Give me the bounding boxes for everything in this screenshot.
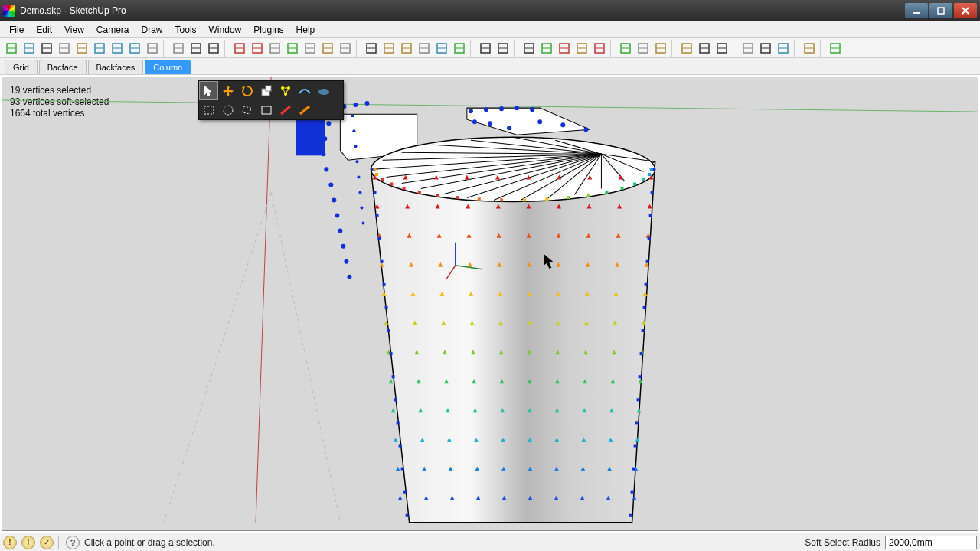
rotate-icon[interactable] <box>238 82 256 99</box>
eye-icon[interactable] <box>38 40 55 57</box>
svg-point-120 <box>332 197 336 202</box>
svg-point-131 <box>358 191 361 194</box>
menu-help[interactable]: Help <box>290 23 322 37</box>
smooth-icon[interactable] <box>296 82 313 99</box>
walk-icon[interactable] <box>21 40 38 57</box>
svg-rect-323 <box>640 352 643 355</box>
protractor-icon[interactable] <box>126 40 143 57</box>
menu-draw[interactable]: Draw <box>136 23 169 37</box>
deform-red-icon[interactable] <box>276 101 294 119</box>
offset-icon[interactable] <box>635 40 652 57</box>
left-icon[interactable] <box>319 40 336 57</box>
svg-point-99 <box>224 106 233 115</box>
vertex-icon[interactable] <box>276 82 294 99</box>
svg-line-106 <box>164 192 271 522</box>
section-back-icon[interactable] <box>205 40 222 57</box>
svg-rect-349 <box>545 197 548 201</box>
svg-point-127 <box>352 129 355 132</box>
marquee-edge-icon[interactable] <box>257 101 275 119</box>
move-icon[interactable] <box>219 82 237 99</box>
scale-icon[interactable] <box>257 82 275 99</box>
svg-rect-347 <box>500 198 503 201</box>
marquee-poly-icon[interactable] <box>238 101 256 119</box>
dashed-icon[interactable] <box>757 40 774 57</box>
axes-icon[interactable] <box>144 40 161 57</box>
back-icon[interactable] <box>302 40 318 57</box>
soft-icon[interactable] <box>315 82 332 99</box>
roof-icon[interactable] <box>433 40 450 57</box>
deform-orange-icon[interactable] <box>296 101 313 119</box>
svg-rect-101 <box>262 106 271 114</box>
maximize-button[interactable] <box>929 3 952 18</box>
menu-window[interactable]: Window <box>203 23 248 37</box>
svg-marker-266 <box>396 467 400 471</box>
svg-rect-331 <box>634 444 637 447</box>
bottom-icon[interactable] <box>337 40 354 57</box>
sand4-icon[interactable] <box>573 40 590 57</box>
menu-camera[interactable]: Camera <box>90 23 136 37</box>
svg-rect-340 <box>381 178 384 181</box>
triangle-icon[interactable] <box>827 40 844 57</box>
status-icon[interactable]: i <box>21 536 35 549</box>
right-icon[interactable] <box>266 40 283 57</box>
help-icon[interactable]: ? <box>66 536 80 549</box>
svg-rect-346 <box>478 197 481 201</box>
svg-marker-110 <box>467 108 590 135</box>
front-icon[interactable] <box>249 40 266 57</box>
section-icon[interactable] <box>170 40 187 57</box>
push-icon[interactable] <box>617 40 634 57</box>
svg-rect-325 <box>639 375 642 378</box>
dimension-icon[interactable] <box>74 40 90 57</box>
door-icon[interactable] <box>451 40 468 57</box>
scene-tab[interactable]: Bacface <box>39 60 87 74</box>
user-icon[interactable] <box>3 40 20 57</box>
sand5-icon[interactable] <box>591 40 608 57</box>
svg-line-105 <box>256 77 271 523</box>
status-icon[interactable]: ! <box>3 536 17 549</box>
minimize-button[interactable] <box>905 3 928 18</box>
vertex-tools-toolbar[interactable] <box>198 80 344 120</box>
sand2-icon[interactable] <box>538 40 555 57</box>
menu-tools[interactable]: Tools <box>169 23 203 37</box>
window-icon[interactable] <box>416 40 433 57</box>
marquee-circle-icon[interactable] <box>219 101 237 119</box>
house-icon[interactable] <box>398 40 415 57</box>
section-front-icon[interactable] <box>188 40 204 57</box>
solid1-icon[interactable] <box>678 40 695 57</box>
menu-file[interactable]: File <box>3 23 30 37</box>
wood1-icon[interactable] <box>477 40 494 57</box>
sand1-icon[interactable] <box>521 40 537 57</box>
vcb-input[interactable]: 2000,0mm <box>885 536 977 549</box>
pencil-icon[interactable] <box>801 40 818 57</box>
menu-edit[interactable]: Edit <box>30 23 58 37</box>
iso-icon[interactable] <box>231 40 248 57</box>
svg-point-124 <box>344 259 348 264</box>
model-canvas[interactable] <box>2 77 978 523</box>
tape-icon[interactable] <box>56 40 73 57</box>
wood2-icon[interactable] <box>495 40 511 57</box>
scene-tab[interactable]: Grid <box>5 60 38 74</box>
close-button[interactable] <box>954 3 977 18</box>
marquee-icon[interactable] <box>740 40 756 57</box>
text-icon[interactable] <box>91 40 108 57</box>
solid2-icon[interactable] <box>696 40 713 57</box>
sand3-icon[interactable] <box>556 40 573 57</box>
marquee-rect-icon[interactable] <box>200 101 217 119</box>
scene-tab[interactable]: Column <box>145 60 191 74</box>
svg-rect-335 <box>631 491 634 494</box>
label-icon[interactable] <box>109 40 126 57</box>
solid3-icon[interactable] <box>714 40 730 57</box>
status-icon[interactable]: ✓ <box>40 536 54 549</box>
scene-tab[interactable]: Backfaces <box>88 60 144 74</box>
component-icon[interactable] <box>363 40 380 57</box>
svg-point-137 <box>514 106 519 110</box>
viewport[interactable]: 19 vertices selected 93 vertices soft-se… <box>2 77 978 531</box>
top-icon[interactable] <box>284 40 301 57</box>
svg-rect-343 <box>418 191 421 194</box>
menu-plugins[interactable]: Plugins <box>247 23 289 37</box>
group-icon[interactable] <box>381 40 397 57</box>
menu-view[interactable]: View <box>58 23 90 37</box>
select-icon[interactable] <box>200 82 217 99</box>
follow-icon[interactable] <box>652 40 669 57</box>
dotted-icon[interactable] <box>775 40 792 57</box>
